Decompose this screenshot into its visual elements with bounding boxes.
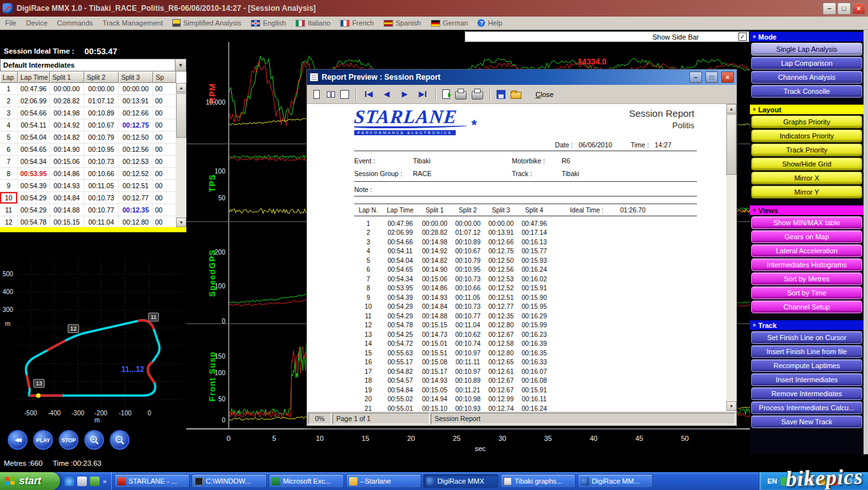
show-side-bar-checkbox[interactable]: ✓ — [738, 33, 747, 41]
mode-button[interactable]: Single Lap Analysis — [751, 43, 862, 56]
lap-table-row[interactable]: 5 00:54.04 00:14.82 00:10.79 00:12.50 00 — [0, 131, 176, 144]
views-section-header[interactable]: « Views — [750, 205, 864, 215]
track-button[interactable]: Set Finish Line on Cursor — [751, 331, 862, 344]
intermediate-marker[interactable]: 11 — [148, 313, 159, 322]
layout-section-header[interactable]: « Layout — [750, 105, 864, 114]
track-button[interactable]: Remove Intermediates — [751, 387, 862, 400]
views-button[interactable]: Sort by Time — [751, 286, 862, 299]
layout-button[interactable]: Track Priority — [751, 144, 862, 156]
scroll-up-icon[interactable]: ▲ — [176, 83, 186, 93]
track-button[interactable]: Insert Intermediates — [751, 373, 862, 386]
open-report-button[interactable] — [509, 87, 523, 101]
intermediate-marker[interactable]: 13 — [33, 379, 45, 388]
quick-launch-media-icon[interactable] — [90, 477, 100, 486]
lap-table-column-header[interactable]: Split 2 — [84, 71, 119, 83]
views-button[interactable]: Show MIN/MAX table — [751, 216, 862, 229]
lap-number-cell[interactable]: 6 — [0, 144, 18, 155]
lap-number-cell[interactable]: 3 — [0, 107, 18, 119]
layout-button[interactable]: Indicators Priority — [751, 130, 862, 142]
taskbar-window-button[interactable]: Microsoft Exc... — [269, 474, 344, 488]
mode-button[interactable]: Track Consolle — [751, 85, 862, 98]
menu-item[interactable]: Commands — [57, 19, 93, 27]
taskbar-window-button[interactable]: DigiRace MMX — [423, 474, 498, 488]
track-button[interactable]: Process Intermediates Calcu... — [751, 401, 862, 414]
lap-number-cell[interactable]: 7 — [0, 156, 18, 167]
taskbar-window-button[interactable]: Tibaki graphs... — [500, 474, 576, 488]
export-button[interactable] — [441, 87, 451, 101]
play-button[interactable]: PLAY — [33, 430, 53, 450]
last-page-button[interactable]: ▶ — [415, 88, 430, 101]
scrollbar-thumb[interactable] — [726, 114, 737, 175]
lap-number-cell[interactable]: 1 — [0, 83, 18, 94]
menu-item[interactable]: Device — [26, 19, 48, 27]
zoom-in-button[interactable] — [84, 430, 104, 450]
lap-table-row[interactable]: 11 00:54.29 00:14.88 00:10.77 00:12.35 0… — [0, 204, 176, 216]
lap-number-cell[interactable]: 8 — [0, 168, 18, 179]
lap-table-row[interactable]: 2 02:06.99 00:28.82 01:07.12 00:13.91 00 — [0, 95, 176, 107]
views-button[interactable]: Gears on Map — [751, 230, 862, 243]
lap-number-cell[interactable]: 4 — [0, 119, 18, 131]
taskbar-window-button[interactable]: --Starlane — [346, 474, 421, 488]
single-page-view-icon[interactable] — [311, 87, 322, 101]
lap-table-row[interactable]: 8 00:53.95 00:14.86 00:10.66 00:12.52 00 — [0, 168, 176, 180]
report-maximize-button[interactable]: □ — [705, 71, 718, 83]
print-setup-button[interactable] — [454, 87, 468, 101]
stop-button[interactable]: STOP — [59, 430, 79, 450]
lap-number-cell[interactable]: 10 — [0, 192, 18, 204]
dropdown-arrow-icon[interactable]: ▼ — [175, 59, 186, 71]
lap-number-cell[interactable]: 12 — [0, 216, 18, 227]
maximize-button[interactable]: □ — [837, 3, 851, 15]
taskbar-window-button[interactable]: DigiRace MM... — [578, 474, 653, 488]
report-title-bar[interactable]: Report Preview : Session Report – □ × — [307, 70, 737, 85]
views-button[interactable]: Intermediates Histograms — [751, 258, 862, 271]
report-scrollbar[interactable]: ▲ ▼ — [726, 104, 737, 411]
minimize-button[interactable]: – — [823, 3, 836, 15]
start-button[interactable]: start — [0, 472, 60, 490]
lap-table-column-header[interactable]: Split 3 — [119, 71, 153, 83]
menu-item[interactable]: Simplified Analysis — [172, 19, 241, 27]
rewind-button[interactable]: ◀◀ — [8, 430, 27, 450]
lap-table-scrollbar[interactable]: ▲ ▼ — [176, 83, 186, 227]
scroll-down-icon[interactable]: ▼ — [726, 401, 737, 411]
lap-table-column-header[interactable]: Split 1 — [50, 71, 84, 83]
layout-button[interactable]: Show/Hide Grid — [751, 158, 862, 170]
lap-table-row[interactable]: 12 00:54.78 00:15.15 00:11.04 00:12.80 0… — [0, 216, 176, 227]
layout-button[interactable]: Graphs Priority — [751, 115, 862, 128]
lap-table-column-header[interactable]: Lap — [0, 71, 18, 83]
track-section-header[interactable]: « Track — [750, 320, 864, 330]
report-minimize-button[interactable]: – — [689, 71, 702, 83]
menu-item[interactable]: Italiano — [296, 19, 330, 27]
lap-number-cell[interactable]: 11 — [0, 204, 18, 216]
lap-table-row[interactable]: 6 00:54.65 00:14.90 00:10.95 00:12.56 00 — [0, 144, 176, 156]
print-button[interactable] — [470, 87, 484, 101]
menu-item[interactable]: English — [251, 19, 286, 27]
lap-table-row[interactable]: 4 00:54.11 00:14.92 00:10.67 00:12.75 00 — [0, 119, 176, 131]
close-button[interactable]: × — [852, 3, 865, 15]
first-page-button[interactable]: ◀ — [361, 88, 377, 101]
lap-table-row[interactable]: 9 00:54.39 00:14.93 00:11.05 00:12.51 00 — [0, 180, 176, 192]
lap-number-cell[interactable]: 2 — [0, 95, 18, 107]
zoom-out-button[interactable] — [110, 430, 130, 450]
lap-table-column-header[interactable]: Sp — [153, 71, 176, 83]
menu-item[interactable]: German — [431, 19, 468, 27]
mode-button[interactable]: Channels Analysis — [751, 71, 862, 84]
track-button[interactable]: Save New Track — [751, 415, 862, 428]
report-close-button[interactable]: × — [721, 71, 734, 83]
lap-table-column-header[interactable]: Lap Time — [18, 71, 50, 83]
menu-item[interactable]: Spanish — [384, 19, 421, 27]
views-button[interactable]: Channel Setup — [751, 301, 862, 313]
scrollbar-thumb[interactable] — [176, 93, 186, 138]
lap-table-row[interactable]: 7 00:54.34 00:15.06 00:10.73 00:12.53 00 — [0, 156, 176, 168]
intermediate-marker[interactable]: 12 — [68, 324, 79, 333]
views-button[interactable]: Sort by Metres — [751, 272, 862, 285]
scroll-up-icon[interactable]: ▲ — [726, 104, 737, 114]
track-button[interactable]: Recompute Laptimes — [751, 359, 862, 372]
lap-number-cell[interactable]: 5 — [0, 131, 18, 143]
track-button[interactable]: Insert Finish Line from file — [751, 345, 862, 358]
layout-button[interactable]: Mirror X — [751, 172, 862, 184]
menu-item[interactable]: French — [340, 19, 374, 27]
save-report-button[interactable] — [495, 87, 507, 101]
quick-launch-overflow-chevron[interactable]: » — [103, 477, 107, 485]
intermediates-dropdown[interactable]: Default Intermediates ▼ — [0, 59, 186, 71]
lap-table-row[interactable]: 10 00:54.29 00:14.84 00:10.73 00:12.77 0… — [0, 192, 176, 204]
